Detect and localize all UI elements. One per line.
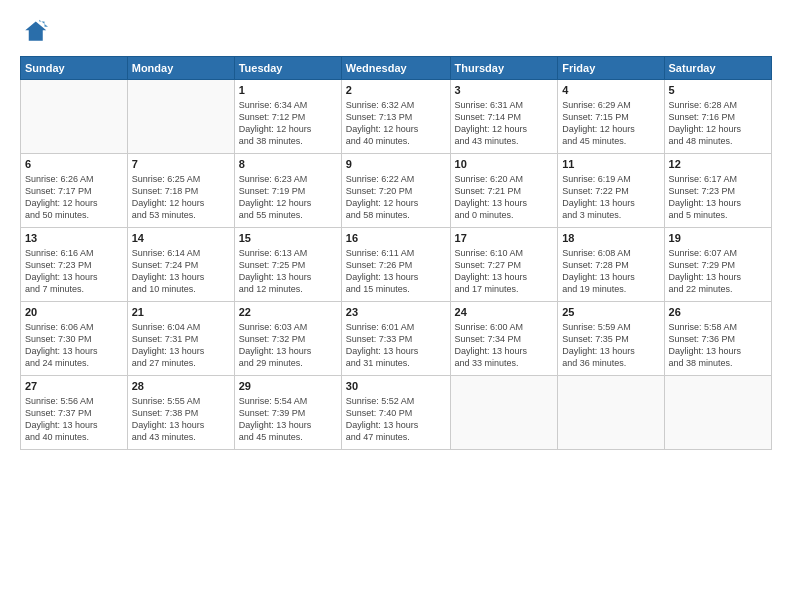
day-info: Sunrise: 6:34 AM Sunset: 7:12 PM Dayligh… bbox=[239, 99, 337, 148]
day-info: Sunrise: 6:03 AM Sunset: 7:32 PM Dayligh… bbox=[239, 321, 337, 370]
day-info: Sunrise: 6:22 AM Sunset: 7:20 PM Dayligh… bbox=[346, 173, 446, 222]
calendar-cell bbox=[21, 80, 128, 154]
day-info: Sunrise: 6:07 AM Sunset: 7:29 PM Dayligh… bbox=[669, 247, 767, 296]
day-header-friday: Friday bbox=[558, 57, 664, 80]
calendar-cell: 26Sunrise: 5:58 AM Sunset: 7:36 PM Dayli… bbox=[664, 302, 771, 376]
day-info: Sunrise: 6:10 AM Sunset: 7:27 PM Dayligh… bbox=[455, 247, 554, 296]
svg-marker-0 bbox=[25, 22, 46, 41]
day-number: 13 bbox=[25, 231, 123, 246]
day-number: 7 bbox=[132, 157, 230, 172]
day-info: Sunrise: 6:19 AM Sunset: 7:22 PM Dayligh… bbox=[562, 173, 659, 222]
day-number: 6 bbox=[25, 157, 123, 172]
calendar-cell: 21Sunrise: 6:04 AM Sunset: 7:31 PM Dayli… bbox=[127, 302, 234, 376]
day-info: Sunrise: 6:13 AM Sunset: 7:25 PM Dayligh… bbox=[239, 247, 337, 296]
day-number: 20 bbox=[25, 305, 123, 320]
day-info: Sunrise: 6:08 AM Sunset: 7:28 PM Dayligh… bbox=[562, 247, 659, 296]
calendar-cell: 30Sunrise: 5:52 AM Sunset: 7:40 PM Dayli… bbox=[341, 376, 450, 450]
day-number: 25 bbox=[562, 305, 659, 320]
day-number: 23 bbox=[346, 305, 446, 320]
day-number: 30 bbox=[346, 379, 446, 394]
calendar-cell: 8Sunrise: 6:23 AM Sunset: 7:19 PM Daylig… bbox=[234, 154, 341, 228]
calendar-cell: 6Sunrise: 6:26 AM Sunset: 7:17 PM Daylig… bbox=[21, 154, 128, 228]
day-number: 11 bbox=[562, 157, 659, 172]
logo bbox=[20, 18, 52, 46]
calendar-cell: 14Sunrise: 6:14 AM Sunset: 7:24 PM Dayli… bbox=[127, 228, 234, 302]
calendar-cell: 15Sunrise: 6:13 AM Sunset: 7:25 PM Dayli… bbox=[234, 228, 341, 302]
day-number: 4 bbox=[562, 83, 659, 98]
day-number: 2 bbox=[346, 83, 446, 98]
calendar-cell: 25Sunrise: 5:59 AM Sunset: 7:35 PM Dayli… bbox=[558, 302, 664, 376]
logo-icon bbox=[20, 18, 48, 46]
day-number: 15 bbox=[239, 231, 337, 246]
calendar-cell: 11Sunrise: 6:19 AM Sunset: 7:22 PM Dayli… bbox=[558, 154, 664, 228]
week-row-1: 1Sunrise: 6:34 AM Sunset: 7:12 PM Daylig… bbox=[21, 80, 772, 154]
calendar-table: SundayMondayTuesdayWednesdayThursdayFrid… bbox=[20, 56, 772, 450]
header bbox=[20, 18, 772, 46]
day-info: Sunrise: 6:29 AM Sunset: 7:15 PM Dayligh… bbox=[562, 99, 659, 148]
calendar-cell: 27Sunrise: 5:56 AM Sunset: 7:37 PM Dayli… bbox=[21, 376, 128, 450]
calendar-cell: 18Sunrise: 6:08 AM Sunset: 7:28 PM Dayli… bbox=[558, 228, 664, 302]
calendar-cell: 12Sunrise: 6:17 AM Sunset: 7:23 PM Dayli… bbox=[664, 154, 771, 228]
day-info: Sunrise: 5:59 AM Sunset: 7:35 PM Dayligh… bbox=[562, 321, 659, 370]
day-info: Sunrise: 5:56 AM Sunset: 7:37 PM Dayligh… bbox=[25, 395, 123, 444]
day-number: 9 bbox=[346, 157, 446, 172]
day-info: Sunrise: 6:16 AM Sunset: 7:23 PM Dayligh… bbox=[25, 247, 123, 296]
calendar-cell: 5Sunrise: 6:28 AM Sunset: 7:16 PM Daylig… bbox=[664, 80, 771, 154]
day-number: 8 bbox=[239, 157, 337, 172]
day-info: Sunrise: 6:06 AM Sunset: 7:30 PM Dayligh… bbox=[25, 321, 123, 370]
calendar-body: 1Sunrise: 6:34 AM Sunset: 7:12 PM Daylig… bbox=[21, 80, 772, 450]
day-number: 16 bbox=[346, 231, 446, 246]
day-number: 10 bbox=[455, 157, 554, 172]
day-info: Sunrise: 6:32 AM Sunset: 7:13 PM Dayligh… bbox=[346, 99, 446, 148]
calendar-cell: 2Sunrise: 6:32 AM Sunset: 7:13 PM Daylig… bbox=[341, 80, 450, 154]
week-row-3: 13Sunrise: 6:16 AM Sunset: 7:23 PM Dayli… bbox=[21, 228, 772, 302]
day-number: 22 bbox=[239, 305, 337, 320]
calendar-cell: 9Sunrise: 6:22 AM Sunset: 7:20 PM Daylig… bbox=[341, 154, 450, 228]
calendar-cell: 7Sunrise: 6:25 AM Sunset: 7:18 PM Daylig… bbox=[127, 154, 234, 228]
day-number: 28 bbox=[132, 379, 230, 394]
calendar-cell: 28Sunrise: 5:55 AM Sunset: 7:38 PM Dayli… bbox=[127, 376, 234, 450]
day-number: 27 bbox=[25, 379, 123, 394]
day-header-tuesday: Tuesday bbox=[234, 57, 341, 80]
day-number: 24 bbox=[455, 305, 554, 320]
week-row-5: 27Sunrise: 5:56 AM Sunset: 7:37 PM Dayli… bbox=[21, 376, 772, 450]
calendar-cell: 10Sunrise: 6:20 AM Sunset: 7:21 PM Dayli… bbox=[450, 154, 558, 228]
calendar-cell: 23Sunrise: 6:01 AM Sunset: 7:33 PM Dayli… bbox=[341, 302, 450, 376]
day-number: 12 bbox=[669, 157, 767, 172]
calendar-cell bbox=[664, 376, 771, 450]
week-row-2: 6Sunrise: 6:26 AM Sunset: 7:17 PM Daylig… bbox=[21, 154, 772, 228]
calendar-cell: 19Sunrise: 6:07 AM Sunset: 7:29 PM Dayli… bbox=[664, 228, 771, 302]
calendar-cell: 22Sunrise: 6:03 AM Sunset: 7:32 PM Dayli… bbox=[234, 302, 341, 376]
day-number: 14 bbox=[132, 231, 230, 246]
day-number: 5 bbox=[669, 83, 767, 98]
day-number: 18 bbox=[562, 231, 659, 246]
day-info: Sunrise: 6:01 AM Sunset: 7:33 PM Dayligh… bbox=[346, 321, 446, 370]
calendar-cell: 29Sunrise: 5:54 AM Sunset: 7:39 PM Dayli… bbox=[234, 376, 341, 450]
calendar-cell: 3Sunrise: 6:31 AM Sunset: 7:14 PM Daylig… bbox=[450, 80, 558, 154]
day-header-thursday: Thursday bbox=[450, 57, 558, 80]
day-number: 17 bbox=[455, 231, 554, 246]
day-info: Sunrise: 6:25 AM Sunset: 7:18 PM Dayligh… bbox=[132, 173, 230, 222]
calendar-cell: 13Sunrise: 6:16 AM Sunset: 7:23 PM Dayli… bbox=[21, 228, 128, 302]
day-info: Sunrise: 6:11 AM Sunset: 7:26 PM Dayligh… bbox=[346, 247, 446, 296]
day-header-wednesday: Wednesday bbox=[341, 57, 450, 80]
calendar-cell: 20Sunrise: 6:06 AM Sunset: 7:30 PM Dayli… bbox=[21, 302, 128, 376]
calendar-cell: 24Sunrise: 6:00 AM Sunset: 7:34 PM Dayli… bbox=[450, 302, 558, 376]
day-info: Sunrise: 5:54 AM Sunset: 7:39 PM Dayligh… bbox=[239, 395, 337, 444]
day-info: Sunrise: 6:17 AM Sunset: 7:23 PM Dayligh… bbox=[669, 173, 767, 222]
week-row-4: 20Sunrise: 6:06 AM Sunset: 7:30 PM Dayli… bbox=[21, 302, 772, 376]
calendar-header-row: SundayMondayTuesdayWednesdayThursdayFrid… bbox=[21, 57, 772, 80]
day-number: 21 bbox=[132, 305, 230, 320]
day-info: Sunrise: 6:04 AM Sunset: 7:31 PM Dayligh… bbox=[132, 321, 230, 370]
day-info: Sunrise: 6:00 AM Sunset: 7:34 PM Dayligh… bbox=[455, 321, 554, 370]
day-number: 1 bbox=[239, 83, 337, 98]
calendar-cell: 17Sunrise: 6:10 AM Sunset: 7:27 PM Dayli… bbox=[450, 228, 558, 302]
day-info: Sunrise: 6:31 AM Sunset: 7:14 PM Dayligh… bbox=[455, 99, 554, 148]
day-info: Sunrise: 5:55 AM Sunset: 7:38 PM Dayligh… bbox=[132, 395, 230, 444]
calendar-cell bbox=[558, 376, 664, 450]
day-header-monday: Monday bbox=[127, 57, 234, 80]
page: SundayMondayTuesdayWednesdayThursdayFrid… bbox=[0, 0, 792, 612]
day-info: Sunrise: 6:14 AM Sunset: 7:24 PM Dayligh… bbox=[132, 247, 230, 296]
day-number: 19 bbox=[669, 231, 767, 246]
day-header-sunday: Sunday bbox=[21, 57, 128, 80]
